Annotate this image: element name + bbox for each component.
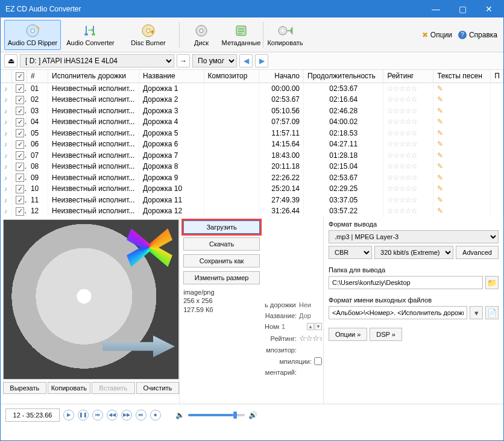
- track-lyrics[interactable]: ✎: [433, 161, 491, 172]
- table-row[interactable]: ♪✓07Неизвестный исполнит...Дорожка 718:4…: [1, 150, 503, 161]
- track-checkbox[interactable]: ✓: [16, 118, 24, 127]
- close-button[interactable]: ✕: [476, 1, 502, 17]
- track-checkbox[interactable]: ✓: [16, 185, 24, 193]
- download-button[interactable]: Скачать: [183, 237, 260, 251]
- table-row[interactable]: ♪✓10Неизвестный исполнит...Дорожка 1025:…: [1, 183, 503, 195]
- play-button[interactable]: ▶: [63, 410, 74, 421]
- refresh-drive-button[interactable]: →: [177, 54, 190, 67]
- help-link[interactable]: ? Справка: [456, 30, 500, 40]
- nav-next-button[interactable]: ▶: [255, 54, 268, 67]
- load-button[interactable]: Загрузить: [183, 220, 260, 234]
- prop-title-value[interactable]: Дор: [299, 312, 322, 319]
- col-artist[interactable]: Исполнитель дорожки: [48, 70, 139, 83]
- forward-button[interactable]: ▶▶: [121, 410, 132, 421]
- track-rating[interactable]: ☆☆☆☆☆: [383, 139, 433, 150]
- track-rating[interactable]: ☆☆☆☆☆: [383, 150, 433, 161]
- track-rating[interactable]: ☆☆☆☆☆: [383, 205, 433, 217]
- disc-burner-button[interactable]: Disc Burner: [120, 20, 177, 50]
- browse-folder-button[interactable]: 📁: [485, 276, 499, 289]
- track-lyrics[interactable]: ✎: [433, 83, 491, 94]
- rewind-button[interactable]: ◀◀: [107, 410, 118, 421]
- dsp-button[interactable]: DSP »: [370, 328, 402, 341]
- track-rating[interactable]: ☆☆☆☆☆: [383, 161, 433, 172]
- minimize-button[interactable]: —: [423, 1, 449, 17]
- next-track-button[interactable]: ⏭: [136, 410, 146, 421]
- table-row[interactable]: ♪✓03Неизвестный исполнит...Дорожка 305:1…: [1, 105, 503, 117]
- table-row[interactable]: ♪✓08Неизвестный исполнит...Дорожка 820:1…: [1, 161, 503, 172]
- paste-button[interactable]: Вставить: [92, 382, 135, 394]
- track-lyrics[interactable]: ✎: [433, 116, 491, 128]
- track-lyrics[interactable]: ✎: [433, 205, 491, 217]
- track-checkbox[interactable]: ✓: [16, 140, 24, 149]
- track-checkbox[interactable]: ✓: [16, 84, 24, 93]
- track-checkbox[interactable]: ✓: [16, 151, 24, 160]
- metadata-menu-button[interactable]: Метаданные: [222, 20, 260, 50]
- track-rating[interactable]: ☆☆☆☆☆: [383, 172, 433, 184]
- track-rating[interactable]: ☆☆☆☆☆: [383, 116, 433, 128]
- copy-art-button[interactable]: Копировать: [48, 382, 91, 394]
- resize-button[interactable]: Изменить размер: [183, 271, 260, 284]
- bitrate-select[interactable]: 320 kbit/s (Extreme): [374, 246, 453, 259]
- track-rating[interactable]: ☆☆☆☆☆: [383, 183, 433, 195]
- track-checkbox[interactable]: ✓: [16, 129, 24, 137]
- track-rating[interactable]: ☆☆☆☆☆: [383, 94, 433, 105]
- output-folder-input[interactable]: [329, 276, 483, 289]
- track-lyrics[interactable]: ✎: [433, 150, 491, 161]
- eject-button[interactable]: ⏏: [4, 54, 17, 67]
- check-all[interactable]: ✓: [16, 72, 24, 81]
- options-link[interactable]: ✖ Опции: [420, 30, 455, 40]
- track-rating[interactable]: ☆☆☆☆☆: [383, 195, 433, 206]
- advanced-button[interactable]: Advanced: [456, 246, 499, 259]
- naming-help-button[interactable]: 📄: [485, 306, 499, 319]
- track-checkbox[interactable]: ✓: [16, 174, 24, 182]
- table-row[interactable]: ♪✓05Неизвестный исполнит...Дорожка 511:5…: [1, 128, 503, 139]
- prop-number-value[interactable]: 1: [282, 323, 304, 330]
- track-checkbox[interactable]: ✓: [16, 107, 24, 115]
- col-title[interactable]: Название: [139, 70, 204, 83]
- album-art[interactable]: [3, 219, 179, 380]
- drive-select[interactable]: [ D: ] ATAPI iHAS124 E 4L04: [20, 54, 174, 67]
- clear-button[interactable]: Очистить: [136, 382, 180, 394]
- table-row[interactable]: ♪✓04Неизвестный исполнит...Дорожка 407:5…: [1, 116, 503, 128]
- pause-button[interactable]: ❚❚: [78, 410, 89, 421]
- copy-button[interactable]: Копировать: [266, 20, 304, 50]
- track-lyrics[interactable]: ✎: [433, 195, 491, 206]
- table-row[interactable]: ♪✓12Неизвестный исполнит...Дорожка 1231:…: [1, 205, 503, 217]
- col-start[interactable]: Начало: [259, 70, 303, 83]
- table-row[interactable]: ♪✓02Неизвестный исполнит...Дорожка 202:5…: [1, 94, 503, 105]
- col-lyrics[interactable]: Тексты песен: [433, 70, 491, 83]
- col-duration[interactable]: Продолжительность: [304, 70, 383, 83]
- track-lyrics[interactable]: ✎: [433, 94, 491, 105]
- naming-dropdown-button[interactable]: ▾: [470, 306, 483, 319]
- sort-select[interactable]: По умолча: [192, 54, 237, 67]
- track-rating[interactable]: ☆☆☆☆☆: [383, 105, 433, 117]
- prop-artist-value[interactable]: Неи: [299, 301, 322, 308]
- table-row[interactable]: ♪✓01Неизвестный исполнит...Дорожка 100:0…: [1, 83, 503, 94]
- col-number[interactable]: #: [27, 70, 48, 83]
- col-rating[interactable]: Рейтинг: [383, 70, 433, 83]
- save-as-button[interactable]: Сохранить как: [183, 254, 260, 267]
- track-checkbox[interactable]: ✓: [16, 96, 24, 104]
- prop-rating-value[interactable]: ☆☆☆☆☆: [299, 334, 322, 343]
- col-composer[interactable]: Композитор: [204, 70, 259, 83]
- stop-button[interactable]: ■: [150, 410, 161, 421]
- format-select[interactable]: .mp3 | MPEG Layer-3: [329, 230, 499, 243]
- disc-menu-button[interactable]: Диск: [182, 20, 221, 50]
- track-lyrics[interactable]: ✎: [433, 139, 491, 150]
- track-rating[interactable]: ☆☆☆☆☆: [383, 128, 433, 139]
- cut-button[interactable]: Вырезать: [3, 382, 46, 394]
- track-checkbox[interactable]: ✓: [16, 207, 24, 216]
- track-lyrics[interactable]: ✎: [433, 128, 491, 139]
- prop-compilation-checkbox[interactable]: [314, 357, 322, 365]
- more-options-button[interactable]: Опции »: [329, 328, 367, 341]
- track-rating[interactable]: ☆☆☆☆☆: [383, 83, 433, 94]
- maximize-button[interactable]: ▢: [449, 1, 476, 17]
- table-row[interactable]: ♪✓11Неизвестный исполнит...Дорожка 1127:…: [1, 195, 503, 206]
- track-checkbox[interactable]: ✓: [16, 196, 24, 204]
- mode-select[interactable]: CBR: [329, 246, 372, 259]
- track-checkbox[interactable]: ✓: [16, 163, 24, 171]
- prop-number-nav[interactable]: ▲▼: [307, 323, 322, 330]
- table-row[interactable]: ♪✓06Неизвестный исполнит...Дорожка 614:1…: [1, 139, 503, 150]
- audio-converter-button[interactable]: Audio Converter: [62, 20, 119, 50]
- track-lyrics[interactable]: ✎: [433, 105, 491, 117]
